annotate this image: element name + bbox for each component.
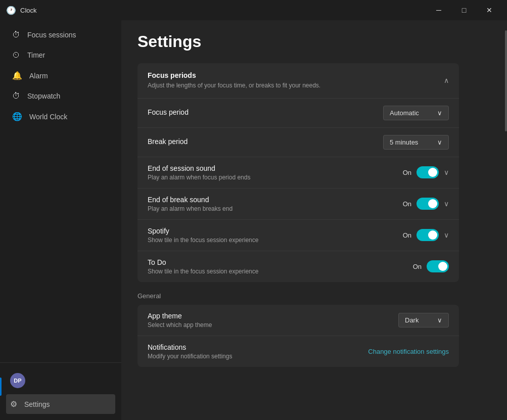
break-period-control: 5 minutes ∨ <box>383 135 449 150</box>
avatar-row: DP <box>6 369 115 392</box>
end-of-session-label: End of session sound <box>148 164 250 172</box>
end-of-break-toggle[interactable] <box>417 198 439 210</box>
focus-period-label-group: Focus period <box>148 108 189 118</box>
sidebar-label-world-clock: World Clock <box>29 113 67 121</box>
title-bar-title: Clock <box>20 7 427 14</box>
spotify-control: On ∨ <box>403 229 449 241</box>
app-theme-value: Dark <box>405 316 419 324</box>
timer-icon: ⏲ <box>12 51 20 60</box>
todo-toggle-thumb <box>438 262 447 271</box>
end-of-break-label: End of break sound <box>148 196 233 204</box>
end-of-break-sound-row: End of break sound Play an alarm when br… <box>137 188 459 219</box>
notifications-description: Modify your notification settings <box>148 353 232 360</box>
main-content: Settings Focus periods Adjust the length… <box>121 0 507 420</box>
end-of-session-sound-row: End of session sound Play an alarm when … <box>137 157 459 188</box>
sidebar-nav: ⏱ Focus sessions ⏲ Timer 🔔 Alarm ⏱ Stopw… <box>0 20 121 362</box>
sidebar-bottom: DP ⚙ Settings <box>0 362 121 420</box>
end-of-session-description: Play an alarm when focus period ends <box>148 174 250 181</box>
close-button[interactable]: ✕ <box>478 3 501 18</box>
break-period-value: 5 minutes <box>390 138 418 146</box>
change-notification-settings-link[interactable]: Change notification settings <box>368 348 449 355</box>
spotify-toggle-thumb <box>428 230 437 240</box>
end-of-break-label-group: End of break sound Play an alarm when br… <box>148 196 233 212</box>
notifications-label-group: Notifications Modify your notification s… <box>148 343 232 360</box>
end-of-break-description: Play an alarm when breaks end <box>148 205 233 212</box>
end-of-break-toggle-thumb <box>428 199 437 208</box>
todo-toggle-track <box>427 260 449 272</box>
spotify-label-group: Spotify Show tile in the focus session e… <box>148 227 258 244</box>
sidebar-item-world-clock[interactable]: 🌐 World Clock <box>4 107 117 126</box>
title-bar: 🕐 Clock ─ □ ✕ <box>0 0 507 20</box>
focus-periods-card: Focus periods Adjust the lengths of your… <box>137 63 459 282</box>
focus-period-row: Focus period Automatic ∨ <box>137 98 459 127</box>
scrollbar-thumb[interactable] <box>505 30 507 131</box>
spotify-row: Spotify Show tile in the focus session e… <box>137 219 459 251</box>
end-of-break-expand-chevron[interactable]: ∨ <box>444 200 449 208</box>
minimize-button[interactable]: ─ <box>427 3 450 18</box>
focus-period-value: Automatic <box>390 109 419 117</box>
notifications-control: Change notification settings <box>368 348 449 355</box>
focus-sessions-icon: ⏱ <box>12 30 20 39</box>
settings-label: Settings <box>24 400 50 408</box>
maximize-button[interactable]: □ <box>452 3 476 18</box>
end-of-break-control: On ∨ <box>403 198 449 210</box>
content-inner: Settings Focus periods Adjust the length… <box>121 20 475 385</box>
general-section-label: General <box>137 292 459 300</box>
stopwatch-icon: ⏱ <box>12 91 20 101</box>
focus-periods-description: Adjust the lengths of your focus time, o… <box>148 81 320 90</box>
window-controls: ─ □ ✕ <box>427 3 501 18</box>
todo-description: Show tile in the focus session experienc… <box>148 268 258 275</box>
focus-period-label: Focus period <box>148 108 189 116</box>
app-theme-dropdown-chevron: ∨ <box>437 316 442 324</box>
app-theme-row: App theme Select which app theme Dark ∨ <box>137 305 459 336</box>
todo-toggle-label: On <box>413 263 422 270</box>
app-icon: 🕐 <box>6 6 16 15</box>
app-theme-control: Dark ∨ <box>398 313 449 328</box>
spotify-toggle[interactable] <box>417 229 439 241</box>
app-theme-dropdown[interactable]: Dark ∨ <box>398 313 449 328</box>
focus-period-dropdown[interactable]: Automatic ∨ <box>383 106 449 120</box>
sidebar-item-focus-sessions[interactable]: ⏱ Focus sessions <box>4 25 117 44</box>
sidebar-item-timer[interactable]: ⏲ Timer <box>4 45 117 65</box>
general-card: App theme Select which app theme Dark ∨ … <box>137 305 459 367</box>
end-of-session-toggle[interactable] <box>417 166 439 178</box>
focus-periods-header[interactable]: Focus periods Adjust the lengths of your… <box>137 63 459 98</box>
break-period-dropdown[interactable]: 5 minutes ∨ <box>383 135 449 150</box>
alarm-icon: 🔔 <box>12 71 22 80</box>
end-of-session-toggle-label: On <box>403 169 411 176</box>
break-period-label-group: Break period <box>148 137 188 147</box>
active-indicator <box>0 378 2 396</box>
sidebar-item-stopwatch[interactable]: ⏱ Stopwatch <box>4 86 117 106</box>
avatar: DP <box>10 373 25 388</box>
end-of-session-label-group: End of session sound Play an alarm when … <box>148 164 250 181</box>
end-of-break-toggle-label: On <box>403 200 411 208</box>
todo-label-group: To Do Show tile in the focus session exp… <box>148 258 258 275</box>
end-of-session-control: On ∨ <box>403 166 449 178</box>
todo-toggle[interactable] <box>427 260 449 272</box>
page-title: Settings <box>137 32 459 51</box>
sidebar-item-alarm[interactable]: 🔔 Alarm <box>4 66 117 85</box>
sidebar-label-timer: Timer <box>27 51 45 59</box>
notifications-label: Notifications <box>148 343 232 351</box>
gear-icon: ⚙ <box>10 399 17 409</box>
spotify-label: Spotify <box>148 227 258 235</box>
todo-label: To Do <box>148 258 258 266</box>
scrollbar-track[interactable] <box>504 20 507 420</box>
spotify-toggle-label: On <box>403 231 411 239</box>
app-theme-label-group: App theme Select which app theme <box>148 312 212 329</box>
end-of-session-toggle-track <box>417 166 439 178</box>
end-of-session-expand-chevron[interactable]: ∨ <box>444 168 449 176</box>
sidebar-label-stopwatch: Stopwatch <box>27 92 60 100</box>
break-period-label: Break period <box>148 137 188 146</box>
end-of-break-toggle-track <box>417 198 439 210</box>
notifications-row: Notifications Modify your notification s… <box>137 336 459 367</box>
app-theme-description: Select which app theme <box>148 321 212 329</box>
sidebar: ⏱ Focus sessions ⏲ Timer 🔔 Alarm ⏱ Stopw… <box>0 0 121 420</box>
todo-control: On <box>413 260 449 272</box>
sidebar-label-focus-sessions: Focus sessions <box>27 31 76 39</box>
focus-periods-header-text: Focus periods Adjust the lengths of your… <box>148 71 320 90</box>
sidebar-item-settings[interactable]: ⚙ Settings <box>6 394 115 414</box>
world-clock-icon: 🌐 <box>12 112 22 121</box>
spotify-toggle-track <box>417 229 439 241</box>
spotify-expand-chevron[interactable]: ∨ <box>444 231 449 239</box>
